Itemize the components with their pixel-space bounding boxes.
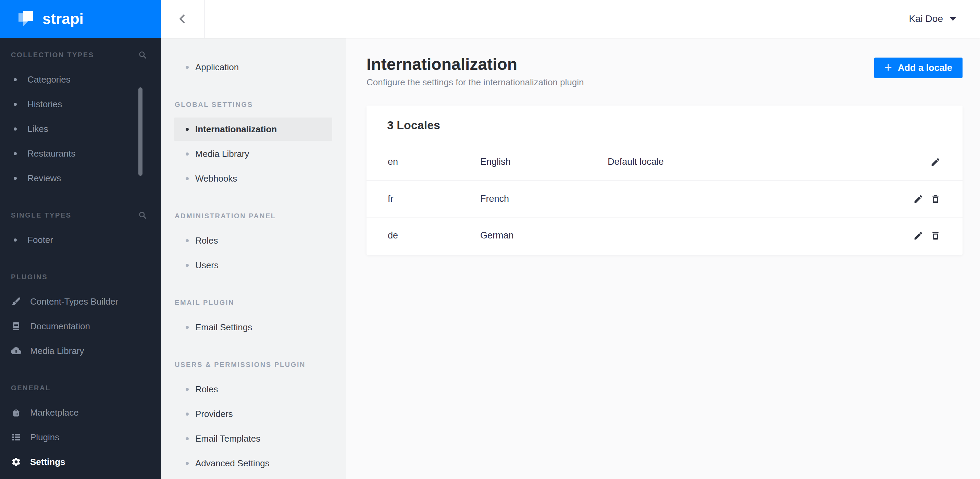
sidebar-section-header: SINGLE TYPES — [0, 203, 161, 228]
settings-nav-item-label: Internationalization — [195, 124, 277, 135]
logo-bar[interactable]: strapi — [0, 0, 161, 38]
search-icon[interactable] — [138, 50, 147, 60]
sidebar-item-label: Histories — [27, 99, 62, 110]
edit-locale-button[interactable] — [913, 231, 923, 241]
section-label: PLUGINS — [11, 273, 48, 281]
settings-nav-header-global-settings: GLOBAL SETTINGS — [161, 92, 346, 117]
back-button[interactable] — [161, 0, 205, 38]
paintbrush-icon — [11, 296, 21, 307]
main-sidebar: strapi COLLECTION TYPES Categories — [0, 0, 161, 479]
bullet-icon — [186, 326, 189, 329]
settings-nav-item-application[interactable]: Application — [161, 55, 346, 80]
user-menu[interactable]: Kai Doe — [909, 13, 980, 24]
bullet-icon — [186, 388, 189, 391]
locale-name: English — [480, 157, 608, 167]
bullet-icon — [14, 152, 17, 155]
caret-down-icon — [950, 17, 956, 21]
row-actions — [930, 157, 940, 167]
sidebar-item-marketplace[interactable]: Marketplace — [0, 400, 161, 425]
sidebar-section-general: GENERAL Marketplace Plugins — [0, 376, 161, 474]
sidebar-item-label: Plugins — [30, 432, 59, 443]
logo-wordmark: strapi — [43, 10, 84, 27]
user-name: Kai Doe — [909, 13, 943, 24]
bullet-icon — [186, 264, 189, 267]
settings-nav-item-providers[interactable]: Providers — [161, 401, 346, 426]
pencil-icon — [930, 157, 940, 167]
sidebar-item-label: Settings — [30, 457, 65, 467]
sidebar-item-categories[interactable]: Categories — [0, 67, 161, 92]
settings-nav-item-media-library[interactable]: Media Library — [161, 142, 346, 166]
settings-nav-item-label: Email Settings — [195, 322, 252, 333]
bullet-icon — [186, 437, 189, 440]
strapi-logo-icon — [19, 11, 34, 27]
bullet-icon — [186, 153, 189, 156]
sidebar-section-plugins: PLUGINS Content-Types Builder Documentat… — [0, 264, 161, 363]
gear-icon — [11, 457, 21, 467]
settings-nav-item-email-settings[interactable]: Email Settings — [161, 315, 346, 339]
sidebar-item-content-types-builder[interactable]: Content-Types Builder — [0, 289, 161, 314]
section-label: EMAIL PLUGIN — [175, 299, 234, 307]
sidebar-item-settings[interactable]: Settings — [0, 450, 161, 474]
chevron-left-icon — [177, 13, 189, 25]
bullet-icon — [186, 239, 189, 242]
bullet-icon — [186, 412, 189, 415]
settings-nav-header-users-permissions-plugin: USERS & PERMISSIONS PLUGIN — [161, 352, 346, 377]
section-label: SINGLE TYPES — [11, 212, 72, 219]
bullet-icon — [14, 103, 17, 106]
sidebar-section-header: COLLECTION TYPES — [0, 43, 161, 67]
edit-locale-button[interactable] — [913, 194, 923, 204]
sidebar-item-reviews[interactable]: Reviews — [0, 166, 161, 191]
bullet-icon — [186, 66, 189, 69]
bullet-icon — [186, 177, 189, 180]
settings-nav-item-internationalization[interactable]: Internationalization — [174, 118, 332, 141]
edit-locale-button[interactable] — [930, 157, 940, 167]
list-icon — [11, 432, 21, 442]
search-icon[interactable] — [138, 211, 147, 220]
sidebar-item-label: Reviews — [27, 173, 61, 184]
locale-row-en: en English Default locale — [366, 143, 963, 180]
trash-icon — [930, 231, 940, 241]
locale-name: German — [480, 230, 608, 241]
bullet-icon — [14, 127, 17, 130]
locale-name: French — [480, 194, 608, 204]
add-locale-button-label: Add a locale — [898, 63, 952, 73]
settings-nav-item-label: Users — [195, 260, 218, 271]
settings-nav-item-advanced-settings[interactable]: Advanced Settings — [161, 451, 346, 476]
sidebar-item-label: Media Library — [30, 346, 84, 356]
settings-nav-item-roles[interactable]: Roles — [161, 228, 346, 253]
sidebar-item-label: Restaurants — [27, 148, 75, 159]
page-subtitle: Configure the settings for the internati… — [366, 77, 584, 88]
bullet-icon — [186, 462, 189, 465]
sidebar-item-plugins[interactable]: Plugins — [0, 425, 161, 450]
sidebar-section-header: GENERAL — [0, 376, 161, 400]
settings-nav-item-label: Roles — [195, 384, 218, 395]
locale-row-fr: fr French — [366, 180, 963, 217]
section-label: COLLECTION TYPES — [11, 51, 94, 59]
locales-table: en English Default locale fr French — [366, 143, 963, 253]
sidebar-scrollbar-thumb[interactable] — [138, 88, 143, 176]
bullet-icon — [14, 239, 17, 242]
sidebar-item-footer[interactable]: Footer — [0, 228, 161, 252]
settings-nav-item-email-templates[interactable]: Email Templates — [161, 426, 346, 451]
sidebar-item-label: Documentation — [30, 321, 90, 332]
settings-nav-item-users[interactable]: Users — [161, 253, 346, 277]
bullet-icon — [14, 177, 17, 180]
settings-nav-item-webhooks[interactable]: Webhooks — [161, 166, 346, 191]
sidebar-item-documentation[interactable]: Documentation — [0, 314, 161, 339]
locales-card-title: 3 Locales — [366, 119, 963, 132]
sidebar-item-label: Content-Types Builder — [30, 296, 118, 307]
bullet-icon — [186, 128, 189, 131]
locale-default-badge: Default locale — [608, 157, 930, 167]
main-content: Internationalization Configure the setti… — [346, 38, 980, 479]
sidebar-item-likes[interactable]: Likes — [0, 116, 161, 141]
page-header-text: Internationalization Configure the setti… — [366, 55, 584, 88]
settings-nav-item-up-roles[interactable]: Roles — [161, 377, 346, 401]
delete-locale-button[interactable] — [930, 194, 940, 204]
topbar: Kai Doe — [161, 0, 980, 38]
add-locale-button[interactable]: + Add a locale — [874, 57, 963, 78]
delete-locale-button[interactable] — [930, 231, 940, 241]
sidebar-item-restaurants[interactable]: Restaurants — [0, 141, 161, 166]
sidebar-item-histories[interactable]: Histories — [0, 92, 161, 116]
row-actions — [913, 231, 940, 241]
sidebar-item-media-library[interactable]: Media Library — [0, 339, 161, 363]
